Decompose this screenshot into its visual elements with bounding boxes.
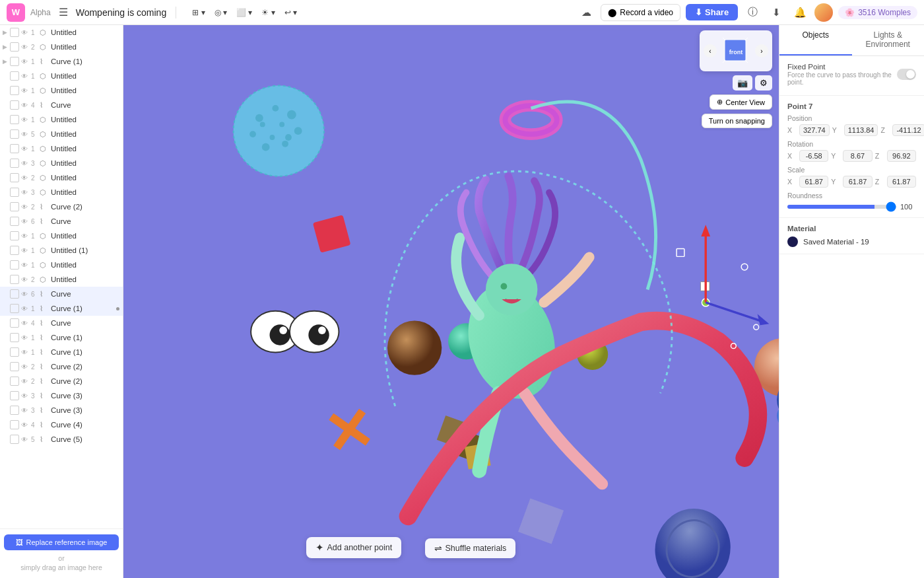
layer-item[interactable]: 👁 6 ⌇ Curve [0, 287, 123, 301]
download-icon-btn[interactable]: ⬇ [767, 3, 785, 22]
layer-visibility-check[interactable] [10, 420, 19, 429]
layer-item[interactable]: 👁 3 ⬡ Untitled [0, 156, 123, 170]
layer-item[interactable]: 👁 1 ⬡ Untitled [0, 141, 123, 156]
layer-name: Curve (3) [51, 392, 119, 400]
layer-visibility-check[interactable] [10, 435, 19, 444]
layer-visibility-check[interactable] [10, 42, 19, 52]
layer-visibility-check[interactable] [10, 289, 19, 299]
scale-z-value[interactable]: 61.87 [887, 176, 916, 188]
layer-item[interactable]: 👁 1 ⌇ Curve (1) [0, 330, 123, 345]
layer-item[interactable]: 👁 2 ⬡ Untitled [0, 272, 123, 287]
rot-y-value[interactable]: 8.67 [843, 150, 872, 162]
scale-y-value[interactable]: 61.87 [843, 176, 872, 188]
layer-visibility-check[interactable] [10, 347, 19, 357]
layer-visibility-check[interactable] [10, 362, 19, 371]
layer-visibility-check[interactable] [10, 115, 19, 124]
center-view-btn[interactable]: ⊕ Center View [710, 94, 772, 110]
layer-visibility-check[interactable] [10, 260, 19, 270]
layer-item[interactable]: 👁 5 ⌇ Curve (5) [0, 432, 123, 447]
right-panel: Objects Lights & Environment Fixed Point… [779, 25, 924, 578]
notification-icon[interactable]: 🔔 [791, 3, 809, 22]
grid-tool-btn[interactable]: ⊞ ▾ [188, 6, 209, 19]
layer-visibility-check[interactable] [10, 71, 19, 81]
pos-z-value[interactable]: -411.12 [892, 124, 924, 136]
menu-icon[interactable]: ☰ [56, 3, 71, 21]
viewport-prev-btn[interactable]: ‹ [704, 44, 717, 57]
layer-visibility-check[interactable] [10, 231, 19, 240]
layer-visibility-check[interactable] [10, 202, 19, 211]
add-point-btn[interactable]: ✦ Add another point [306, 537, 402, 558]
layer-visibility-check[interactable] [10, 100, 19, 110]
settings-icon-btn[interactable]: ⚙ [755, 75, 772, 90]
replace-reference-btn[interactable]: 🖼 Replace reference image [4, 534, 119, 550]
camera-icon-btn[interactable]: 📷 [733, 75, 752, 90]
scale-x-value[interactable]: 61.87 [799, 176, 828, 188]
layer-item[interactable]: 👁 6 ⌇ Curve [0, 214, 123, 229]
layer-visibility-check[interactable] [10, 144, 19, 153]
snapping-btn[interactable]: Turn on snapping [702, 114, 772, 128]
info-icon[interactable]: ⓘ [743, 3, 762, 22]
material-item[interactable]: Saved Material - 19 [787, 236, 916, 247]
layer-item[interactable]: ▶ 👁 2 ⬡ Untitled [0, 40, 123, 54]
fixed-point-toggle[interactable] [897, 69, 916, 80]
pos-x-value[interactable]: 327.74 [799, 124, 830, 136]
layer-item[interactable]: ▶ 👁 1 ⬡ Untitled [0, 25, 123, 40]
layer-visibility-check[interactable] [10, 159, 19, 168]
layer-visibility-check[interactable] [10, 275, 19, 284]
target-tool-btn[interactable]: ◎ ▾ [211, 6, 231, 19]
shuffle-materials-btn[interactable]: ⇌ Shuffle materials [425, 538, 516, 558]
layer-item[interactable]: 👁 2 ⌇ Curve (2) [0, 359, 123, 374]
layer-item[interactable]: 👁 2 ⌇ Curve (2) [0, 199, 123, 214]
roundness-slider[interactable] [787, 205, 896, 209]
layer-item[interactable]: 👁 1 ⌇ Curve (1) [0, 345, 123, 359]
layer-item[interactable]: 👁 3 ⬡ Untitled [0, 185, 123, 199]
user-avatar[interactable] [814, 3, 833, 22]
layer-visibility-check[interactable] [10, 217, 19, 226]
light-tool-btn[interactable]: ☀ ▾ [257, 6, 279, 19]
viewport-next-btn[interactable]: › [755, 44, 768, 57]
layer-visibility-check[interactable] [10, 57, 19, 66]
tab-objects[interactable]: Objects [779, 25, 852, 55]
layer-item[interactable]: ▶ 👁 1 ⌇ Curve (1) [0, 54, 123, 69]
layer-visibility-check[interactable] [10, 333, 19, 342]
rot-z-value[interactable]: 96.92 [887, 150, 916, 162]
layer-visibility-check[interactable] [10, 304, 19, 313]
pos-y-value[interactable]: 1113.84 [844, 124, 878, 136]
layer-visibility-check[interactable] [10, 391, 19, 400]
layer-item[interactable]: 👁 1 ⬡ Untitled [0, 229, 123, 243]
layer-visibility-check[interactable] [10, 188, 19, 197]
layer-item[interactable]: 👁 3 ⌇ Curve (3) [0, 388, 123, 403]
layer-item[interactable]: 👁 4 ⌇ Curve (4) [0, 417, 123, 432]
layer-visibility-check[interactable] [10, 28, 19, 37]
history-tool-btn[interactable]: ↩ ▾ [280, 6, 301, 19]
canvas[interactable]: ✕ [123, 25, 779, 578]
tab-lights[interactable]: Lights & Environment [852, 25, 925, 55]
layer-item[interactable]: 👁 4 ⌇ Curve [0, 98, 123, 112]
layer-item[interactable]: 👁 3 ⌇ Curve (3) [0, 403, 123, 417]
layer-item[interactable]: 👁 1 ⬡ Untitled [0, 112, 123, 127]
layer-visibility-check[interactable] [10, 246, 19, 255]
layer-item[interactable]: 👁 1 ⬡ Untitled [0, 258, 123, 272]
layer-item[interactable]: 👁 1 ⌇ Curve (1) [0, 301, 123, 316]
layer-item[interactable]: 👁 5 ⬡ Untitled [0, 127, 123, 141]
layer-visibility-check[interactable] [10, 318, 19, 328]
layer-visibility-check[interactable] [10, 173, 19, 182]
shape-tool-btn[interactable]: ⬜ ▾ [232, 6, 256, 19]
layer-visibility-check[interactable] [10, 129, 19, 139]
layer-item[interactable]: 👁 2 ⌇ Curve (2) [0, 374, 123, 388]
document-title[interactable]: Wompening is coming [76, 7, 166, 18]
layer-visibility-check[interactable] [10, 406, 19, 415]
layer-visibility-check[interactable] [10, 377, 19, 386]
share-btn[interactable]: ⬇ Share [686, 4, 738, 20]
layer-item[interactable]: 👁 4 ⌇ Curve [0, 316, 123, 330]
layer-item[interactable]: 👁 1 ⬡ Untitled (1) [0, 243, 123, 258]
layer-visibility-check[interactable] [10, 86, 19, 95]
rot-x-value[interactable]: -6.58 [799, 150, 828, 162]
record-video-btn[interactable]: ⬤ Record a video [601, 4, 680, 21]
layer-item[interactable]: 👁 1 ⬡ Untitled [0, 69, 123, 83]
cloud-icon[interactable]: ☁ [577, 3, 595, 22]
layer-eye-icon: 👁 [21, 363, 29, 371]
layer-item[interactable]: 👁 2 ⬡ Untitled [0, 170, 123, 185]
app-logo[interactable]: W [7, 3, 25, 22]
layer-item[interactable]: 👁 1 ⬡ Untitled [0, 83, 123, 98]
